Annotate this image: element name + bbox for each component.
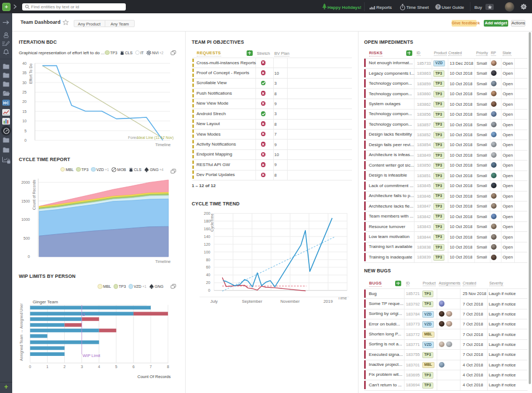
svg-text:1000: 1000 [21,218,30,221]
svg-text:120: 120 [204,242,211,246]
svg-text:10: 10 [22,119,27,123]
svg-text:September: September [242,299,262,304]
svg-text:Ideal Line (11-17 Nov): Ideal Line (11-17 Nov) [137,136,174,140]
svg-text:Timeline: Timeline [155,142,171,147]
svg-text:?: ? [437,4,439,9]
svg-text:1500: 1500 [21,199,30,203]
svg-text:Ginger Team: Ginger Team [33,299,58,304]
svg-text:500: 500 [23,236,30,240]
svg-text:0: 0 [28,255,30,258]
svg-text:140: 140 [204,235,211,239]
svg-text:3: 3 [81,365,83,369]
svg-text:5: 5 [24,129,27,133]
svg-text:Time: Time [338,296,347,301]
svg-text:30: 30 [22,81,27,85]
svg-text:WIP Limit: WIP Limit [83,353,101,358]
svg-text:7: 7 [150,365,152,369]
svg-text:0: 0 [24,138,27,142]
svg-text:July: July [211,299,218,304]
svg-text:Effort To Do: Effort To Do [29,64,33,84]
svg-text:8: 8 [167,365,169,369]
svg-text:60: 60 [206,265,211,269]
svg-text:Assigned Team → Assigned User: Assigned Team → Assigned User [19,303,24,360]
svg-text:35: 35 [22,71,27,75]
svg-text:2: 2 [64,365,66,369]
svg-text:40: 40 [22,61,27,65]
svg-text:80: 80 [206,258,211,262]
svg-text:100: 100 [204,250,211,254]
svg-text:0: 0 [208,288,211,292]
svg-text:November: November [280,299,300,304]
svg-text:6: 6 [132,365,135,369]
svg-text:20: 20 [22,100,27,104]
svg-text:CycleTime: CycleTime [210,214,214,232]
svg-text:1: 1 [46,365,48,369]
svg-text:4: 4 [98,365,100,369]
svg-text:0: 0 [29,365,31,369]
svg-text:40: 40 [206,273,211,277]
svg-text:Count of Records: Count of Records [32,179,36,210]
svg-text:2019: 2019 [324,299,333,304]
svg-text:5: 5 [115,365,117,369]
svg-text:20: 20 [206,281,211,285]
svg-text:2000: 2000 [21,180,30,184]
svg-text:3: 3 [83,312,85,317]
svg-text:Count Of Records: Count Of Records [137,374,171,379]
svg-text:15: 15 [22,110,27,113]
svg-text:25: 25 [22,90,27,94]
svg-text:Timeline: Timeline [155,259,171,264]
